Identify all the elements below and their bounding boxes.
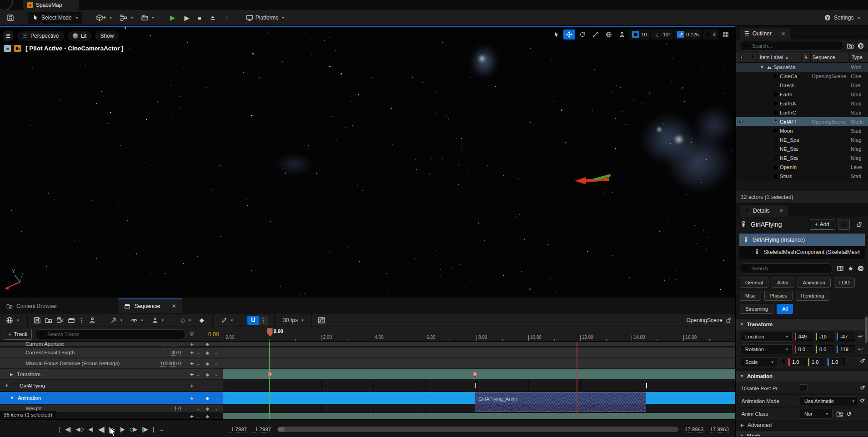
outliner-row-ne_sta[interactable]: NE_StaNiag	[736, 144, 868, 154]
transport-button-3[interactable]: ◀|	[88, 426, 93, 432]
transport-button-10[interactable]: →	[159, 426, 164, 432]
new-folder-icon[interactable]	[847, 42, 854, 50]
scale-snap-control[interactable]: ↗ 0.125	[674, 30, 702, 40]
lane-manual-focus-distance[interactable]	[223, 358, 735, 368]
filter-chip-lod[interactable]: LOD	[834, 278, 855, 288]
tab-details[interactable]: Details ✕	[740, 205, 788, 217]
tab-sequencer[interactable]: Sequencer ✕	[118, 298, 182, 313]
transport-button-9[interactable]: ]	[153, 426, 154, 432]
transport-button-6[interactable]: |▶	[120, 426, 124, 432]
lock-details-button[interactable]	[853, 219, 864, 229]
anim-class-dropdown[interactable]: Nor▾	[800, 409, 833, 419]
add-key-icon[interactable]: ◆	[206, 406, 209, 411]
track-current-aperture[interactable]: Current Aperture +←◆→	[0, 342, 223, 346]
curve-editor-button[interactable]	[318, 317, 325, 324]
item-label-column-header[interactable]: Item Label▲	[758, 52, 802, 62]
details-search-input[interactable]: Search	[740, 263, 833, 273]
lane-girlaflying[interactable]	[223, 380, 735, 391]
outliner-row-earthc[interactable]: EarthCStati	[736, 108, 868, 117]
outliner-row-stars[interactable]: StarsStati	[736, 172, 868, 181]
rotation-snap-control[interactable]: 10°	[651, 30, 673, 40]
expand-caret[interactable]: ▼	[0, 396, 14, 400]
snap-options-button[interactable]: ⋮	[259, 316, 268, 325]
add-key-icon[interactable]	[859, 397, 865, 405]
snap-toggle-button[interactable]	[247, 316, 259, 325]
outliner-row-girlafl[interactable]: GirlAFlOpeningSceneSkele	[736, 117, 868, 126]
outliner-row-moon[interactable]: MoonStati	[736, 126, 868, 135]
animation-clip[interactable]: GirlAFlying_Anim	[475, 392, 646, 412]
add-key-icon[interactable]: ◆	[206, 350, 209, 355]
timeline-ruler[interactable]: 2.002.004.006.008.0010.0012.0014.0016.00…	[223, 327, 735, 341]
prev-key-icon[interactable]: ←	[196, 372, 201, 377]
add-key-icon[interactable]: ◆	[206, 342, 209, 347]
add-key-icon[interactable]: ◆	[206, 396, 209, 401]
outliner-row-directi[interactable]: DirectiDire	[736, 81, 868, 90]
location-y-field[interactable]: -10	[816, 333, 834, 341]
lit-dropdown[interactable]: Lit	[68, 31, 92, 41]
platforms-dropdown[interactable]: Platforms ▾	[244, 13, 286, 23]
filter-chip-misc[interactable]: Misc	[740, 291, 761, 301]
next-key-icon[interactable]: →	[214, 396, 218, 401]
create-camera-icon[interactable]	[56, 317, 64, 324]
view-options-dropdown[interactable]: ▾	[129, 316, 146, 325]
scale-y-field[interactable]: 1.0	[808, 358, 825, 366]
close-icon[interactable]: ✕	[781, 31, 785, 37]
add-section-icon[interactable]: +	[187, 371, 196, 378]
prev-key-icon[interactable]: ←	[196, 342, 201, 347]
rotation-dropdown[interactable]: Rotation▾	[741, 344, 793, 354]
spawnable-column-header[interactable]: ϟ	[802, 52, 811, 62]
outliner-row-openin[interactable]: OpeninLeve	[736, 163, 868, 172]
track-transform[interactable]: ▶Transform+←◆→	[0, 369, 223, 379]
stop-button[interactable]: ■	[196, 13, 204, 23]
visibility-column-header[interactable]	[736, 52, 747, 62]
eye-icon[interactable]	[736, 119, 746, 124]
prev-key-icon[interactable]: ←	[196, 414, 201, 419]
current-time-field[interactable]: 0.00	[199, 331, 219, 338]
next-key-icon[interactable]: →	[214, 361, 218, 366]
playhead-marker[interactable]	[267, 328, 273, 337]
prev-key-icon[interactable]: ←	[196, 350, 201, 355]
view-range-start-field[interactable]: -1.7997	[229, 427, 247, 432]
location-dropdown[interactable]: Location▾	[741, 332, 793, 342]
close-icon[interactable]: ✕	[171, 303, 176, 309]
timeline-scrollbar[interactable]	[277, 427, 678, 432]
track-manual-focus-distance[interactable]: Manual Focus Distance (Focus Settings)10…	[0, 358, 223, 368]
outliner-row-cineca[interactable]: CineCaOpeningSceneCine	[736, 72, 868, 81]
scale-tool-button[interactable]	[590, 30, 602, 40]
move-tool-button[interactable]	[563, 30, 575, 40]
perspective-dropdown[interactable]: Perspective	[17, 31, 64, 41]
add-key-icon[interactable]: ◆	[206, 372, 209, 377]
lane-transform[interactable]	[223, 369, 735, 379]
next-key-icon[interactable]: →	[214, 414, 218, 419]
transport-button-0[interactable]: [	[59, 426, 60, 432]
edit-mode-dropdown[interactable]: ▾	[219, 316, 236, 325]
add-key-icon[interactable]: ◆	[206, 414, 209, 419]
keyframe-options-dropdown[interactable]: ◇▾	[178, 315, 193, 325]
browse-asset-icon[interactable]	[836, 410, 843, 417]
scale-lock-icon[interactable]	[781, 358, 786, 365]
skip-forward-button[interactable]: |▶	[181, 13, 191, 23]
show-dropdown[interactable]: Show	[95, 31, 119, 41]
save-sequence-icon[interactable]	[34, 317, 41, 324]
add-section-icon[interactable]: +	[187, 360, 196, 367]
add-track-button[interactable]: +Track	[4, 329, 32, 340]
add-section-icon[interactable]: +	[187, 413, 196, 420]
select-tool-button[interactable]	[550, 30, 562, 40]
stop-piloting-button[interactable]	[4, 45, 11, 52]
unlocked-icon[interactable]	[725, 317, 732, 323]
view-options-icon[interactable]	[837, 265, 844, 272]
gear-icon[interactable]	[857, 42, 864, 50]
pin-column-header[interactable]	[747, 52, 758, 62]
filter-chip-all[interactable]: All	[777, 304, 793, 314]
lane-current-focal-length[interactable]	[223, 348, 735, 358]
prev-key-icon[interactable]: ←	[196, 396, 201, 401]
add-key-icon[interactable]: ◆	[206, 361, 209, 366]
search-tracks-input[interactable]: Search Tracks	[35, 329, 186, 339]
settings-dropdown[interactable]: Settings ▾	[824, 14, 863, 21]
outliner-row-eartha[interactable]: EarthAStati	[736, 99, 868, 108]
reset-location-button[interactable]: ↩	[856, 333, 866, 340]
playback-options-dropdown[interactable]: ▾	[150, 316, 166, 325]
sequence-breadcrumb[interactable]: OpeningScene	[687, 317, 722, 323]
next-key-icon[interactable]: →	[214, 350, 218, 355]
lane-group-range[interactable]	[223, 413, 735, 419]
